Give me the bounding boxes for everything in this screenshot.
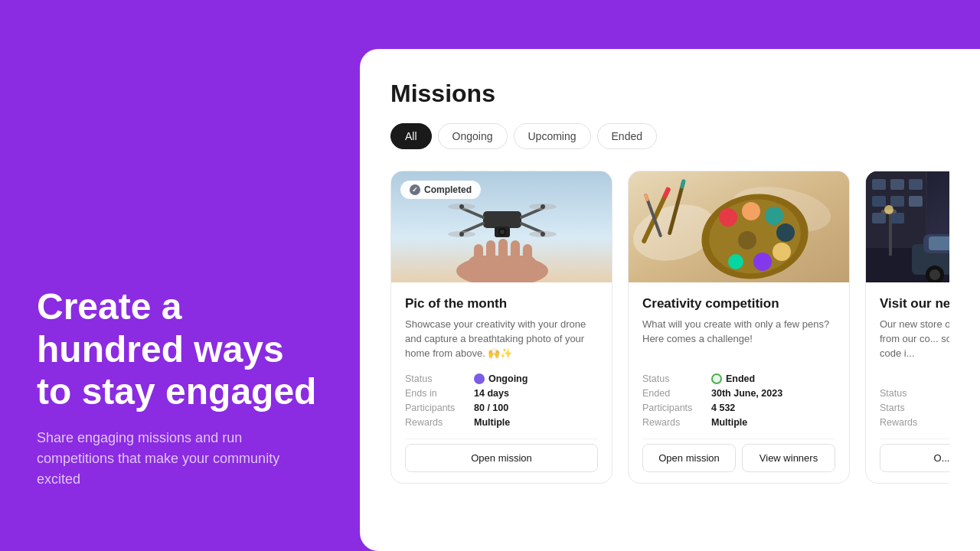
svg-rect-53 bbox=[872, 213, 886, 223]
svg-rect-54 bbox=[890, 213, 904, 223]
svg-rect-4 bbox=[474, 244, 483, 261]
meta-row-ended: Ended 30th June, 2023 bbox=[642, 388, 835, 399]
participants-value: 80 / 100 bbox=[474, 403, 508, 413]
status-value: Ongoing bbox=[488, 373, 528, 384]
status-label-art: Status bbox=[642, 373, 711, 384]
svg-rect-47 bbox=[872, 179, 886, 190]
mission-card-car: Visit our new Our new store on 4... lovi… bbox=[865, 171, 949, 484]
filter-upcoming[interactable]: Upcoming bbox=[514, 123, 591, 149]
view-winners-button[interactable]: View winners bbox=[742, 444, 835, 472]
svg-rect-9 bbox=[483, 211, 521, 228]
status-label: Status bbox=[405, 373, 474, 384]
svg-rect-58 bbox=[929, 236, 949, 250]
card-image-drone: Completed bbox=[391, 171, 612, 282]
cards-container: Completed Pic of the month Showcase your… bbox=[390, 171, 949, 484]
rewards-label-car: Rewards bbox=[880, 417, 949, 428]
card-actions-car: O... bbox=[880, 439, 949, 472]
svg-point-20 bbox=[459, 232, 464, 236]
card-image-art bbox=[629, 171, 849, 282]
meta-row-rewards: Rewards Multiple bbox=[405, 417, 598, 428]
hero-title: Create a hundred ways to stay engaged bbox=[37, 285, 323, 412]
filter-all[interactable]: All bbox=[390, 123, 432, 149]
rewards-label: Rewards bbox=[405, 417, 474, 428]
svg-point-34 bbox=[776, 223, 795, 242]
svg-point-32 bbox=[742, 202, 760, 220]
art-svg bbox=[629, 171, 849, 282]
svg-rect-7 bbox=[511, 240, 520, 260]
ended-value: 30th June, 2023 bbox=[711, 388, 782, 399]
card-meta-drone: Status Ongoing Ends in 14 days Participa… bbox=[405, 373, 598, 428]
card-title-drone: Pic of the month bbox=[405, 296, 598, 311]
svg-rect-51 bbox=[890, 196, 904, 207]
meta-row-rewards-car: Rewards bbox=[880, 417, 949, 428]
ended-dot-icon bbox=[711, 373, 722, 384]
filter-ongoing[interactable]: Ongoing bbox=[438, 123, 508, 149]
hero-subtitle: Share engaging missions and run competit… bbox=[37, 428, 323, 490]
participants-value-art: 4 532 bbox=[711, 403, 735, 413]
status-value-ongoing: Ongoing bbox=[474, 373, 528, 384]
starts-label: Starts bbox=[880, 403, 949, 413]
page-title: Missions bbox=[390, 80, 949, 108]
ends-label: Ends in bbox=[405, 388, 474, 399]
svg-point-31 bbox=[719, 208, 737, 227]
rewards-value: Multiple bbox=[474, 417, 510, 428]
card-body-car: Visit our new Our new store on 4... lovi… bbox=[866, 282, 949, 483]
svg-rect-5 bbox=[486, 240, 495, 260]
filter-tabs: All Ongoing Upcoming Ended bbox=[390, 123, 949, 149]
svg-point-18 bbox=[459, 204, 464, 209]
svg-rect-48 bbox=[890, 179, 904, 190]
card-description-drone: Showcase your creativity with your drone… bbox=[405, 318, 598, 361]
meta-row-participants: Participants 80 / 100 bbox=[405, 403, 598, 413]
svg-rect-66 bbox=[889, 210, 892, 256]
meta-row-ends: Ends in 14 days bbox=[405, 388, 598, 399]
svg-rect-49 bbox=[909, 179, 923, 190]
ongoing-dot-icon bbox=[474, 373, 485, 384]
participants-label: Participants bbox=[405, 403, 474, 413]
card-meta-car: Status Starts Rewards bbox=[880, 388, 949, 428]
svg-point-19 bbox=[541, 204, 545, 209]
card-actions-drone: Open mission bbox=[405, 439, 598, 472]
participants-label-art: Participants bbox=[642, 403, 711, 413]
left-panel: Create a hundred ways to stay engaged Sh… bbox=[0, 0, 360, 551]
svg-rect-8 bbox=[523, 244, 532, 261]
svg-point-24 bbox=[500, 230, 505, 234]
meta-row-status-art: Status Ended bbox=[642, 373, 835, 384]
ends-value: 14 days bbox=[474, 388, 509, 399]
car-svg bbox=[866, 171, 949, 282]
card-body-art: Creativity competition What will you cre… bbox=[629, 282, 849, 483]
meta-row-status-car: Status bbox=[880, 388, 949, 399]
card-title-car: Visit our new bbox=[880, 296, 949, 311]
open-mission-button-art[interactable]: Open mission bbox=[642, 444, 736, 472]
right-panel: Missions All Ongoing Upcoming Ended bbox=[360, 49, 980, 551]
svg-point-37 bbox=[728, 254, 743, 269]
meta-row-rewards-art: Rewards Multiple bbox=[642, 417, 835, 428]
status-value-art: Ended bbox=[726, 373, 755, 384]
svg-rect-6 bbox=[498, 239, 508, 260]
svg-point-36 bbox=[753, 253, 772, 271]
card-title-art: Creativity competition bbox=[642, 296, 835, 311]
status-label-car: Status bbox=[880, 388, 949, 399]
ended-label: Ended bbox=[642, 388, 711, 399]
svg-point-68 bbox=[884, 205, 893, 214]
card-image-car bbox=[866, 171, 949, 282]
svg-point-35 bbox=[773, 243, 791, 261]
card-meta-art: Status Ended Ended 30th June, 2023 Parti… bbox=[642, 373, 835, 428]
svg-point-21 bbox=[541, 232, 545, 236]
rewards-value-art: Multiple bbox=[711, 417, 747, 428]
mission-card-drone: Completed Pic of the month Showcase your… bbox=[390, 171, 612, 484]
meta-row-starts: Starts bbox=[880, 403, 949, 413]
card-actions-art: Open mission View winners bbox=[642, 439, 835, 472]
svg-rect-52 bbox=[909, 196, 923, 207]
filter-ended[interactable]: Ended bbox=[597, 123, 657, 149]
card-body-drone: Pic of the month Showcase your creativit… bbox=[391, 282, 612, 483]
svg-point-30 bbox=[738, 231, 756, 249]
svg-rect-50 bbox=[872, 196, 886, 207]
rewards-label-art: Rewards bbox=[642, 417, 711, 428]
completed-badge: Completed bbox=[400, 181, 481, 199]
meta-row-participants-art: Participants 4 532 bbox=[642, 403, 835, 413]
completed-label: Completed bbox=[424, 184, 472, 195]
open-mission-button-drone[interactable]: Open mission bbox=[405, 444, 598, 472]
completed-dot-icon bbox=[410, 184, 420, 195]
svg-point-33 bbox=[765, 207, 783, 225]
open-mission-button-car[interactable]: O... bbox=[880, 444, 949, 472]
